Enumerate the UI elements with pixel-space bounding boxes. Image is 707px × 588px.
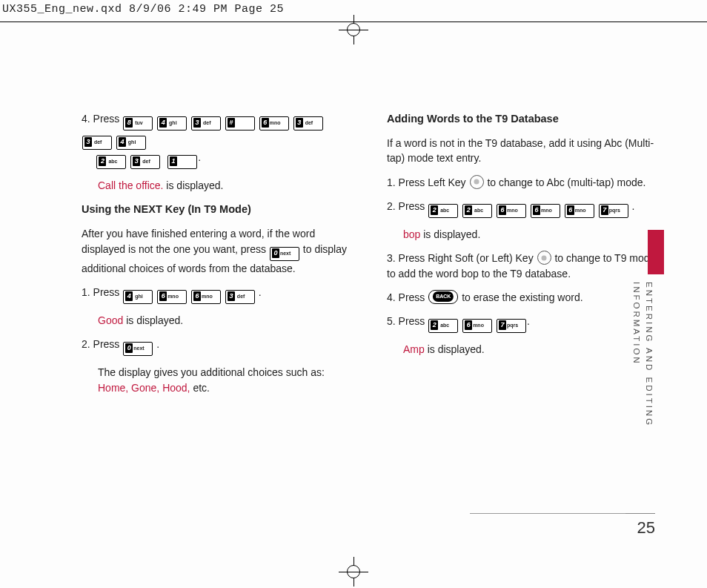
key-3-icon: 3 def bbox=[225, 290, 255, 304]
key-hash-icon: # bbox=[225, 116, 255, 131]
key-6-icon: 6mno bbox=[157, 290, 187, 304]
left-step2-result: The display gives you additional choices… bbox=[98, 365, 357, 395]
key-0-next-icon: 0next bbox=[270, 247, 299, 261]
key-6-icon: 6mno bbox=[565, 204, 594, 218]
right-step5: 5. Press 2 abc 6mno 7pqrs. bbox=[387, 314, 663, 333]
key-6-icon: 6mno bbox=[259, 116, 289, 131]
next-key-intro: After you have finished entering a word,… bbox=[82, 226, 357, 276]
page-body: 4. Press 8 tuv 4 ghi 3 def # 6mno 3 def … bbox=[82, 111, 663, 558]
key-7-icon: 7pqrs bbox=[599, 204, 628, 218]
bop-line: bop is displayed. bbox=[403, 227, 663, 242]
left-step2: 2. Press 0next . bbox=[82, 337, 357, 356]
key-6-icon: 6mno bbox=[497, 204, 526, 218]
amp-line: Amp is displayed. bbox=[403, 342, 663, 357]
key-2-icon: 2 abc bbox=[462, 204, 492, 218]
key-4-icon: 4 ghi bbox=[157, 116, 187, 131]
key-4-icon: 4 ghi bbox=[123, 290, 153, 304]
key-2-icon: 2 abc bbox=[428, 319, 458, 333]
registration-mark-top-icon bbox=[339, 15, 368, 44]
key-6-icon: 6mno bbox=[462, 319, 492, 333]
key-2-icon: 2 abc bbox=[428, 204, 458, 218]
good-line: Good is displayed. bbox=[98, 313, 357, 328]
print-date: 8/9/06 bbox=[129, 3, 171, 16]
right-softkey-icon bbox=[537, 251, 551, 265]
print-page: Page 25 bbox=[235, 3, 285, 16]
heading-add-words: Adding Words to the T9 Database bbox=[387, 111, 663, 127]
key-6-icon: 6mno bbox=[531, 204, 560, 218]
left-softkey-icon bbox=[470, 175, 484, 189]
left-step1: 1. Press 4 ghi 6mno 6mno 3 def . bbox=[82, 285, 357, 304]
key-3-icon: 3 def bbox=[191, 116, 221, 131]
key-1-icon: 1 bbox=[167, 155, 197, 169]
right-step2: 2. Press 2 abc 2 abc 6mno 6mno 6mno 7pqr… bbox=[387, 199, 663, 218]
registration-mark-bottom-icon bbox=[339, 557, 368, 587]
page-number: 25 bbox=[625, 513, 655, 538]
left-column: 4. Press 8 tuv 4 ghi 3 def # 6mno 3 def … bbox=[82, 111, 357, 404]
side-tab: ENTERING AND EDITINGINFORMATION bbox=[639, 245, 655, 475]
print-time: 2:49 PM bbox=[179, 3, 228, 16]
print-file: UX355_Eng_new.qxd bbox=[2, 3, 122, 16]
left-step4: 4. Press 8 tuv 4 ghi 3 def # 6mno 3 def … bbox=[82, 111, 357, 169]
key-2-icon: 2 abc bbox=[96, 155, 126, 169]
side-tab-color-icon bbox=[648, 230, 664, 274]
key-3-icon: 3 def bbox=[82, 136, 112, 150]
key-3-icon: 3 def bbox=[130, 155, 160, 169]
right-step4: 4. Press to erase the existing word. bbox=[387, 290, 663, 305]
right-step1: 1. Press Left Key to change to Abc (mult… bbox=[387, 175, 663, 190]
key-0-next-icon: 0next bbox=[123, 342, 153, 356]
add-words-intro: If a word is not in the T9 database, add… bbox=[387, 136, 663, 166]
heading-next-key: Using the NEXT Key (In T9 Mode) bbox=[82, 202, 357, 217]
back-key-icon bbox=[428, 290, 458, 304]
key-3-icon: 3 def bbox=[293, 116, 323, 131]
key-7-icon: 7pqrs bbox=[497, 319, 526, 333]
call-office-line: Call the office. is displayed. bbox=[98, 178, 357, 193]
right-step3: 3. Press Right Soft (or Left) Key to cha… bbox=[387, 251, 663, 281]
key-4-icon: 4 ghi bbox=[116, 136, 146, 150]
right-column: Adding Words to the T9 Database If a wor… bbox=[387, 111, 663, 404]
key-8-icon: 8 tuv bbox=[123, 116, 153, 131]
key-6-icon: 6mno bbox=[191, 290, 221, 304]
side-tab-text: ENTERING AND EDITINGINFORMATION bbox=[630, 282, 656, 427]
